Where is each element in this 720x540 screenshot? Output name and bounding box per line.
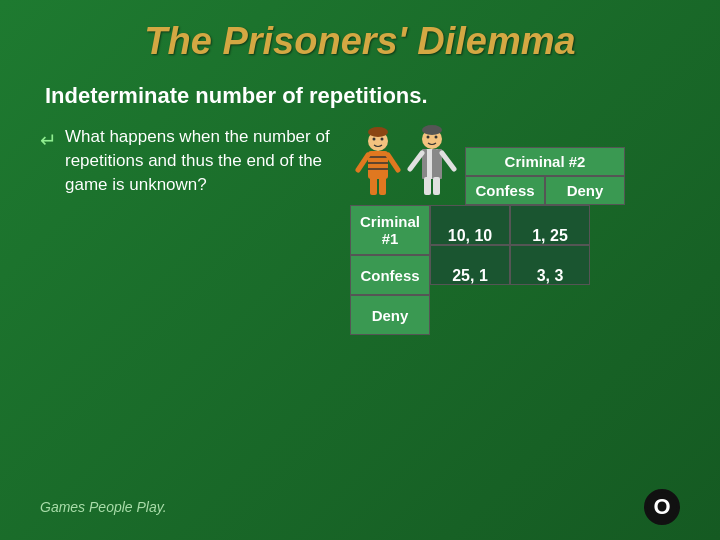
svg-rect-19 <box>424 177 431 195</box>
page-title: The Prisoners' Dilemma <box>40 20 680 63</box>
svg-line-17 <box>410 153 422 169</box>
c2-subheaders: Confess Deny <box>465 176 625 205</box>
svg-rect-1 <box>368 151 388 179</box>
subtitle: Indeterminate number of repetitions. <box>40 83 680 109</box>
cell-cc: 10, 10 <box>430 205 510 245</box>
footer: Games People Play. O <box>40 489 680 525</box>
svg-point-22 <box>435 136 438 139</box>
footer-text: Games People Play. <box>40 499 167 515</box>
criminal1-header: Criminal #1 <box>350 205 430 255</box>
svg-point-10 <box>381 138 384 141</box>
deny-col-header: Deny <box>545 176 625 205</box>
svg-rect-15 <box>432 149 437 179</box>
cell-dd: 3, 3 <box>510 245 590 285</box>
svg-line-6 <box>388 155 398 170</box>
svg-line-5 <box>358 155 368 170</box>
right-panel: Criminal #2 Confess Deny Criminal #1 <box>350 125 680 335</box>
criminal2-header: Criminal #2 <box>465 147 625 176</box>
left-panel: ↵ What happens when the number of repeti… <box>40 125 330 196</box>
game-matrix: Criminal #2 Confess Deny Criminal #1 <box>350 125 625 335</box>
data-rows: 10, 10 1, 25 25, 1 3, 3 <box>430 205 590 335</box>
svg-line-18 <box>442 153 454 169</box>
criminal1-column: Criminal #1 Confess Deny <box>350 205 430 335</box>
content-area: ↵ What happens when the number of repeti… <box>40 125 680 335</box>
cell-dc: 25, 1 <box>430 245 510 285</box>
data-row-deny: 25, 1 3, 3 <box>430 245 590 285</box>
slide: The Prisoners' Dilemma Indeterminate num… <box>0 0 720 540</box>
bullet-arrow-icon: ↵ <box>40 126 57 154</box>
c1-label2: #1 <box>382 230 399 247</box>
svg-point-9 <box>373 138 376 141</box>
footer-logo: O <box>644 489 680 525</box>
deny-row-label: Deny <box>350 295 430 335</box>
svg-point-23 <box>422 125 442 135</box>
bullet-text: What happens when the number of repetiti… <box>65 125 330 196</box>
cell-cd: 1, 25 <box>510 205 590 245</box>
svg-rect-8 <box>379 177 386 195</box>
bullet-item: ↵ What happens when the number of repeti… <box>40 125 330 196</box>
prisoner-image <box>350 125 465 205</box>
c1-label1: Criminal <box>360 213 420 230</box>
svg-rect-7 <box>370 177 377 195</box>
matrix-top: Criminal #2 Confess Deny <box>350 125 625 205</box>
svg-rect-20 <box>433 177 440 195</box>
matrix-bottom: Criminal #1 Confess Deny 10, 10 1, 25 <box>350 205 625 335</box>
data-row-confess: 10, 10 1, 25 <box>430 205 590 245</box>
criminal2-column: Criminal #2 Confess Deny <box>465 147 625 205</box>
confess-row-label: Confess <box>350 255 430 295</box>
svg-point-11 <box>368 127 388 137</box>
confess-col-header: Confess <box>465 176 545 205</box>
svg-point-21 <box>427 136 430 139</box>
